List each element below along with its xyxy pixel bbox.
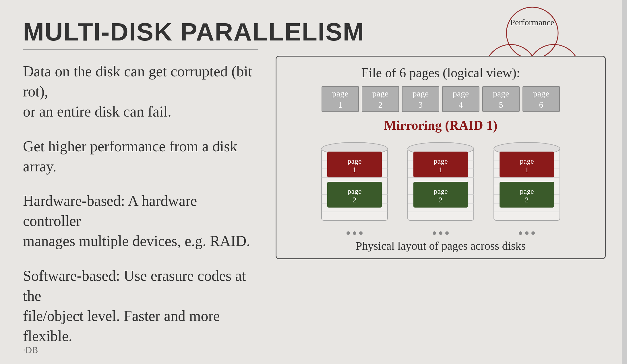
svg-point-0	[506, 7, 558, 59]
right-diagram: File of 6 pages (logical view): page1 pa…	[276, 56, 606, 259]
svg-text:2: 2	[439, 196, 443, 204]
svg-text:page: page	[520, 157, 534, 165]
physical-layout-label: Physical layout of pages across disks	[285, 239, 596, 253]
svg-text:1: 1	[525, 166, 529, 174]
disk-svg-1: page 1 page 2	[316, 140, 393, 229]
disk-dots-2	[433, 231, 449, 235]
page-box-3: page3	[402, 86, 439, 112]
footer-text: ·DB	[23, 345, 38, 355]
text-block-1: Data on the disk can get corrupted (bit …	[23, 61, 258, 122]
slide: MULTI-DISK PARALLELISM Performance Durab…	[0, 0, 627, 364]
svg-text:1: 1	[439, 166, 443, 174]
disk-unit-2: page 1 page 2	[402, 140, 479, 235]
svg-text:page: page	[434, 157, 448, 165]
page-box-2: page2	[362, 86, 399, 112]
main-content: Data on the disk can get corrupted (bit …	[23, 61, 604, 364]
svg-text:2: 2	[353, 196, 357, 204]
page-box-5: page5	[482, 86, 520, 112]
left-text: Data on the disk can get corrupted (bit …	[23, 61, 258, 364]
disk-dots-3	[519, 231, 535, 235]
svg-text:page: page	[347, 187, 361, 195]
disks-row: page 1 page 2	[285, 140, 596, 235]
file-diagram-box: File of 6 pages (logical view): page1 pa…	[276, 56, 606, 259]
svg-text:page: page	[434, 187, 448, 195]
svg-text:1: 1	[353, 166, 357, 174]
disk-svg-2: page 1 page 2	[402, 140, 479, 229]
disk-unit-3: page 1 page 2	[488, 140, 566, 235]
disk-dots-1	[347, 231, 363, 235]
page-box-1: page1	[322, 86, 359, 112]
svg-text:2: 2	[525, 196, 529, 204]
text-block-5: This is transparent to the DBMS.	[23, 361, 258, 364]
svg-text:page: page	[520, 187, 534, 195]
page-title: MULTI-DISK PARALLELISM	[23, 11, 365, 47]
svg-text:Performance: Performance	[510, 18, 554, 27]
disk-svg-3: page 1 page 2	[488, 140, 566, 229]
page-box-4: page4	[442, 86, 479, 112]
scrollbar[interactable]	[622, 0, 627, 364]
svg-text:page: page	[347, 157, 361, 165]
page-box-6: page6	[522, 86, 560, 112]
text-block-4: Software-based: Use erasure codes at the…	[23, 266, 258, 346]
text-block-3: Hardware-based: A hardware controllerman…	[23, 191, 258, 251]
mirroring-title: Mirroring (RAID 1)	[285, 118, 596, 133]
file-diagram-title: File of 6 pages (logical view):	[285, 65, 596, 80]
title-divider	[23, 49, 258, 50]
text-block-2: Get higher performance from a disk array…	[23, 136, 258, 177]
pages-row: page1 page2 page3 page4 page5 page6	[285, 86, 596, 112]
disk-unit-1: page 1 page 2	[316, 140, 393, 235]
